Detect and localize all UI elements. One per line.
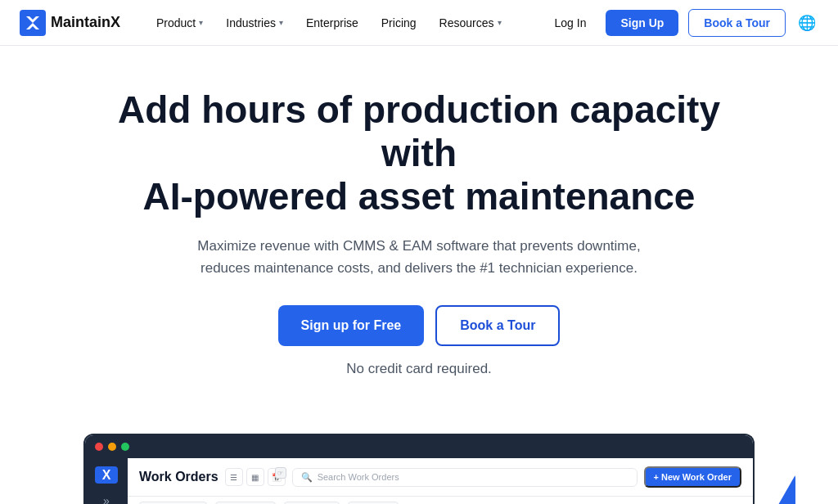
chevron-down-icon: ▾ — [498, 18, 502, 27]
work-orders-filters: 👤 Assigned to 🕐 Due Date 📍 Location — [128, 497, 753, 504]
work-orders-header: Work Orders ☰ ▦ 📅 ☞ 🔍 Search Work Orders — [128, 458, 753, 497]
nav-right: Log In Sign Up Book a Tour 🌐 — [545, 9, 818, 37]
logo[interactable]: MaintainX — [20, 10, 120, 36]
search-placeholder: Search Work Orders — [318, 472, 399, 482]
signup-free-button[interactable]: Sign up for Free — [278, 305, 425, 346]
signup-button[interactable]: Sign Up — [606, 10, 678, 36]
chevron-down-icon: ▾ — [279, 18, 283, 27]
sidebar-logo-icon: X — [102, 468, 111, 483]
nav-links: Product ▾ Industries ▾ Enterprise Pricin… — [146, 10, 545, 36]
nav-pricing[interactable]: Pricing — [372, 10, 426, 36]
work-orders-title: Work Orders — [139, 470, 219, 484]
no-credit-card-text: No credit card required. — [182, 358, 656, 380]
nav-resources[interactable]: Resources ▾ — [430, 10, 511, 36]
view-toggle-icons: ☰ ▦ 📅 ☞ — [225, 468, 286, 486]
nav-industries[interactable]: Industries ▾ — [216, 10, 293, 36]
window-maximize-dot — [121, 443, 129, 451]
brand-name: MaintainX — [51, 14, 120, 31]
work-orders-search[interactable]: 🔍 Search Work Orders — [292, 468, 638, 487]
grid-view-icon[interactable]: ▦ — [246, 468, 264, 486]
app-window: X » 📋 📊 👤 Work Orders ☰ ▦ — [83, 434, 755, 504]
nav-enterprise[interactable]: Enterprise — [296, 10, 368, 36]
hero-section: Add hours of production capacity with AI… — [0, 46, 838, 425]
chevron-down-icon: ▾ — [199, 18, 203, 27]
search-icon: 🔍 — [301, 472, 313, 483]
book-tour-hero-button[interactable]: Book a Tour — [435, 305, 560, 346]
app-preview-wrap: X » 📋 📊 👤 Work Orders ☰ ▦ — [67, 434, 771, 504]
app-body: X » 📋 📊 👤 Work Orders ☰ ▦ — [85, 458, 753, 504]
cursor-hand-icon: ☞ — [275, 467, 286, 479]
list-view-icon[interactable]: ☰ — [225, 468, 243, 486]
app-main-content: Work Orders ☰ ▦ 📅 ☞ 🔍 Search Work Orders — [128, 458, 753, 504]
hero-headline: Add hours of production capacity with AI… — [100, 88, 738, 218]
logo-icon — [20, 10, 46, 36]
sidebar-logo: X — [95, 466, 118, 484]
hero-cta-group: Sign up for Free Book a Tour — [65, 305, 773, 346]
new-work-order-button[interactable]: + New Work Order — [644, 466, 741, 488]
hero-subtext: Maximize revenue with CMMS & EAM softwar… — [182, 235, 656, 279]
app-titlebar — [85, 435, 753, 458]
nav-product[interactable]: Product ▾ — [146, 10, 213, 36]
navbar: MaintainX Product ▾ Industries ▾ Enterpr… — [0, 0, 838, 46]
app-sidebar: X » 📋 📊 👤 — [85, 458, 128, 504]
language-icon[interactable]: 🌐 — [795, 11, 818, 34]
window-close-dot — [95, 443, 103, 451]
login-button[interactable]: Log In — [545, 10, 597, 36]
calendar-view-icon[interactable]: 📅 ☞ — [268, 468, 286, 486]
app-preview-section: X » 📋 📊 👤 Work Orders ☰ ▦ — [0, 434, 838, 504]
book-tour-nav-button[interactable]: Book a Tour — [688, 9, 786, 37]
window-minimize-dot — [108, 443, 116, 451]
sidebar-icon-chevron[interactable]: » — [97, 493, 116, 504]
